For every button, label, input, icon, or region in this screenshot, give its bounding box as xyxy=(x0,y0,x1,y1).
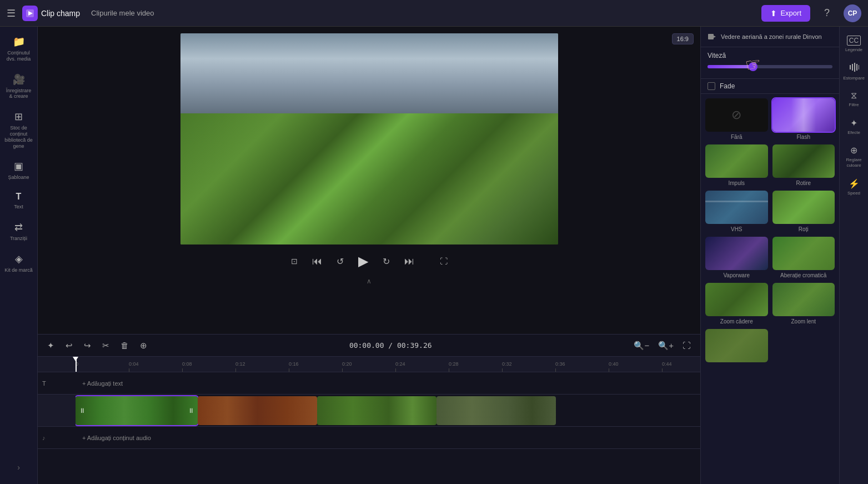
clip-1-pause-right: ⏸ xyxy=(188,407,194,415)
fullscreen-button[interactable]: ⛶ xyxy=(438,255,450,268)
aspect-ratio-badge: 16:9 xyxy=(672,33,694,44)
transitions-grid: ⊘ Fără Flash Impuls xyxy=(705,98,835,365)
forward-5s[interactable]: ↻ xyxy=(380,254,392,269)
stock-icon: ⊞ xyxy=(14,111,23,123)
transition-zoom-lent[interactable]: Zoom lent xyxy=(772,283,835,325)
audio-track: ♪ + Adăugați conținut audio xyxy=(38,427,700,449)
avatar[interactable]: CP xyxy=(844,4,861,22)
sidebar-item-stock[interactable]: ⊞ Stoc de conținut bibliotecă de gene xyxy=(2,106,36,153)
sidebar-title: Vedere aeriană a zonei rurale Dinvon xyxy=(721,33,832,41)
add-audio-label[interactable]: + Adăugați conținut audio xyxy=(76,435,158,441)
right-tool-captions[interactable]: CC Legende xyxy=(841,31,867,57)
clip-2[interactable] xyxy=(198,396,317,425)
play-button[interactable]: ▶ xyxy=(356,251,370,271)
cut-button[interactable]: ✂ xyxy=(99,339,112,352)
text-track-content: + Adăugați text xyxy=(76,372,700,394)
transition-fara[interactable]: ⊘ Fără xyxy=(705,98,768,140)
viteza-section: Viteză ☞ xyxy=(701,47,839,79)
right-tool-efecte[interactable]: ✦ Efecte xyxy=(841,113,867,140)
hamburger-menu[interactable]: ☰ xyxy=(7,7,16,19)
svg-rect-6 xyxy=(854,63,855,72)
transition-label-flash: Flash xyxy=(797,134,810,140)
transition-roti[interactable]: Roți xyxy=(772,191,835,232)
flash-overlay xyxy=(772,98,835,132)
sidebar-item-templates[interactable]: ▣ Șabloane xyxy=(2,156,36,185)
ruler-mark-28: 0:28 xyxy=(449,361,502,372)
transition-label-impuls: Impuls xyxy=(729,180,745,186)
sidebar-item-record[interactable]: 🎥 Înregistrare & creare xyxy=(2,69,36,104)
transition-zoom-cadere[interactable]: Zoom cădere xyxy=(705,283,768,325)
zoom-controls: 🔍− 🔍+ ⛶ xyxy=(631,339,694,352)
export-button[interactable]: ⬆ Export xyxy=(761,5,810,22)
right-tool-filtre[interactable]: ⧖ Filtre xyxy=(841,86,867,112)
transition-thumb-vaporware xyxy=(705,237,768,270)
app-name: Clip champ xyxy=(41,9,80,18)
transition-aberatie[interactable]: Aberație cromatică xyxy=(772,237,835,278)
caption-toggle[interactable]: ⊡ xyxy=(289,255,300,268)
speed-slider[interactable]: ☞ xyxy=(708,65,832,68)
fade-checkbox[interactable] xyxy=(708,82,715,90)
audio-track-icon: ♪ xyxy=(42,435,46,441)
clip-3[interactable] xyxy=(317,396,436,425)
sidebar-label-brand: Kit de marcă xyxy=(4,267,33,273)
breadcrumb[interactable]: Clipurile mele video xyxy=(91,9,154,17)
transition-vaporware[interactable]: Vaporware xyxy=(705,237,768,278)
collapse-row[interactable]: ∧ xyxy=(367,276,372,287)
sidebar-item-transitions[interactable]: ⇄ Tranziții xyxy=(2,217,36,246)
zoom-in-button[interactable]: 🔍+ xyxy=(655,339,676,352)
efecte-label: Efecte xyxy=(847,130,860,136)
captions-icon: CC xyxy=(847,36,861,46)
ruler-mark-36: 0:36 xyxy=(555,361,609,372)
skip-to-start[interactable]: ⏮ xyxy=(310,253,324,270)
right-tool-reglare[interactable]: ⊕ Reglare culoare xyxy=(841,141,867,172)
rewind-5s[interactable]: ↺ xyxy=(334,254,346,269)
fit-button[interactable]: ⛶ xyxy=(680,339,694,352)
transition-thumb-roti xyxy=(772,191,835,224)
clip-1[interactable]: ⏸ ⏸ xyxy=(76,396,198,425)
transition-vhs[interactable]: VHS xyxy=(705,191,768,232)
ruler-mark-12: 0:12 xyxy=(235,361,289,372)
redo-button[interactable]: ↪ xyxy=(81,339,94,352)
transitions-icon: ⇄ xyxy=(14,221,23,233)
timeline-toolbar: ✦ ↩ ↪ ✂ 🗑 ⊕ 00:00.00 / 00:39.26 🔍− 🔍+ ⛶ xyxy=(38,335,700,357)
right-tool-speed[interactable]: ⚡ Speed xyxy=(841,174,867,201)
clip-4[interactable] xyxy=(436,396,556,425)
skip-to-end[interactable]: ⏭ xyxy=(402,253,417,270)
sidebar-expand-btn[interactable]: › xyxy=(14,460,23,475)
left-sidebar: 📁 Conținutul dvs. media 🎥 Înregistrare &… xyxy=(0,27,38,484)
record-icon: 🎥 xyxy=(13,73,25,86)
main-area: 📁 Conținutul dvs. media 🎥 Înregistrare &… xyxy=(0,27,868,484)
transition-impuls[interactable]: Impuls xyxy=(705,144,768,186)
playback-controls: ⊡ ⏮ ↺ ▶ ↻ ⏭ ⛶ xyxy=(289,245,450,276)
undo-button[interactable]: ↩ xyxy=(63,339,76,352)
transition-thumb-vhs xyxy=(705,191,768,224)
sidebar-item-media[interactable]: 📁 Conținutul dvs. media xyxy=(2,31,36,67)
svg-rect-2 xyxy=(708,34,714,39)
sidebar-item-brand[interactable]: ◈ Kit de marcă xyxy=(2,248,36,278)
ruler-mark-8: 0:08 xyxy=(182,361,235,372)
fade-label: Fade xyxy=(720,82,735,90)
transition-label-zoom-cadere: Zoom cădere xyxy=(720,318,753,325)
media-icon: 📁 xyxy=(13,36,25,48)
magic-button[interactable]: ✦ xyxy=(44,339,57,352)
right-tool-estompare[interactable]: Estompare xyxy=(841,58,867,86)
app-logo[interactable]: Clip champ xyxy=(22,6,80,21)
transition-thumb-impuls xyxy=(705,144,768,178)
transition-bottom[interactable] xyxy=(705,329,768,365)
zoom-out-button[interactable]: 🔍− xyxy=(631,339,652,352)
help-button[interactable]: ? xyxy=(818,4,836,22)
sidebar-item-text[interactable]: T Text xyxy=(2,187,36,214)
transition-thumb-zoom-lent xyxy=(772,283,835,316)
svg-marker-3 xyxy=(714,36,716,38)
add-text-label[interactable]: + Adăugați text xyxy=(76,380,129,387)
estompare-label: Estompare xyxy=(843,76,865,81)
transitions-panel: ⊘ Fără Flash Impuls xyxy=(701,94,839,484)
transition-rotire[interactable]: Rotire xyxy=(772,144,835,186)
video-track: ⏸ ⏸ xyxy=(38,395,700,427)
speed-thumb[interactable] xyxy=(749,62,757,71)
topbar-right: ⬆ Export ? CP xyxy=(761,4,861,22)
transition-flash[interactable]: Flash xyxy=(772,98,835,140)
add-to-timeline-button[interactable]: ⊕ xyxy=(137,339,150,352)
delete-button[interactable]: 🗑 xyxy=(118,339,132,352)
transition-label-rotire: Rotire xyxy=(796,180,811,186)
